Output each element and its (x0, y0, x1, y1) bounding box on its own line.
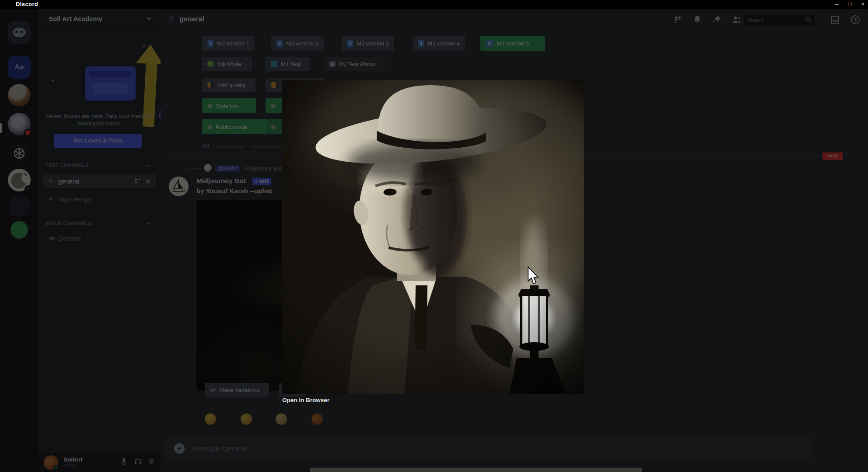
lightbox-image[interactable] (282, 80, 584, 394)
minimize-button[interactable]: – (835, 0, 838, 8)
maximize-button[interactable]: □ (848, 0, 852, 8)
mouse-cursor (525, 266, 540, 287)
app-title: Discord (16, 1, 38, 7)
open-in-browser-link[interactable]: Open in Browser (282, 397, 329, 403)
close-button[interactable]: × (861, 0, 864, 8)
titlebar: Discord – □ × (0, 0, 868, 9)
discord-window: Discord – □ × Ae ✓ Soll Art Academy (0, 0, 868, 472)
